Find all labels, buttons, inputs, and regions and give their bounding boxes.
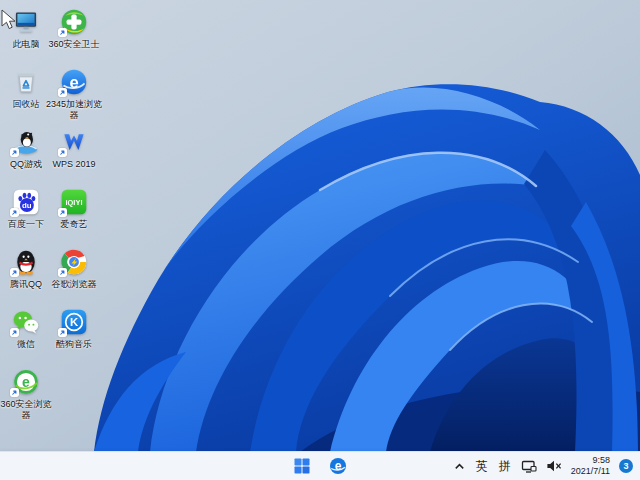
desktop-icon-label: 爱奇艺 [45, 219, 103, 230]
desktop-icon-label: 360安全卫士 [45, 39, 103, 50]
desktop-icon-label: WPS 2019 [45, 159, 103, 170]
desktop-icon-label: 酷狗音乐 [45, 339, 103, 350]
desktop-icon-wechat[interactable]: 微信 [2, 308, 50, 350]
shortcut-arrow-icon [58, 28, 67, 37]
shortcut-arrow-icon [58, 328, 67, 337]
svg-text:iQIYI: iQIYI [66, 198, 83, 207]
shortcut-arrow-icon [58, 148, 67, 157]
shortcut-arrow-icon [58, 88, 67, 97]
desktop-icon-label: 360安全浏览器 [0, 399, 55, 421]
clock-date: 2021/7/11 [571, 466, 610, 477]
clock[interactable]: 9:58 2021/7/11 [571, 455, 610, 478]
desktop-icon-tencent-qq[interactable]: 腾讯QQ [2, 248, 50, 290]
iqiyi-icon: iQIYI [60, 188, 88, 216]
desktop-icon-360-safeguard[interactable]: 360安全卫士 [50, 8, 98, 50]
desktop-icon-qq-games[interactable]: QQ游戏 [2, 128, 50, 170]
system-tray: 英 拼 9:58 2021/7/11 3 [453, 452, 640, 480]
taskbar: e 英 拼 [0, 451, 640, 480]
notification-badge[interactable]: 3 [619, 459, 633, 473]
recycle-bin-icon [12, 68, 40, 96]
360-safeguard-icon [60, 8, 88, 36]
desktop-icon-label: 2345加速浏览器 [45, 99, 103, 121]
wechat-icon [12, 308, 40, 336]
baidu-icon: du [12, 188, 40, 216]
desktop-icon-recycle-bin[interactable]: 回收站 [2, 68, 50, 110]
ime-pinyin-indicator[interactable]: 拼 [498, 458, 512, 475]
desktop-icon-wps-2019[interactable]: WPS 2019 [50, 128, 98, 170]
desktop-icon-iqiyi[interactable]: iQIYI爱奇艺 [50, 188, 98, 230]
browser-e-taskbar-button[interactable]: e [326, 454, 350, 478]
desktop-icon-baidu[interactable]: du百度一下 [2, 188, 50, 230]
shortcut-arrow-icon [10, 208, 19, 217]
desktop-icon-kugou-music[interactable]: K酷狗音乐 [50, 308, 98, 350]
360-browser-icon: e [12, 368, 40, 396]
desktop-icon-grid: 此电脑360安全卫士回收站e2345加速浏览器QQ游戏WPS 2019du百度一… [2, 0, 112, 452]
chrome-icon [60, 248, 88, 276]
windows-logo-icon [294, 458, 310, 474]
2345-browser-icon: e [60, 68, 88, 96]
windows-desktop: 此电脑360安全卫士回收站e2345加速浏览器QQ游戏WPS 2019du百度一… [0, 0, 640, 480]
shortcut-arrow-icon [10, 388, 19, 397]
tray-chevron-up-icon[interactable] [453, 460, 466, 473]
wps-2019-icon [60, 128, 88, 156]
svg-text:e: e [69, 73, 78, 92]
tencent-qq-icon [12, 248, 40, 276]
clock-time: 9:58 [571, 455, 610, 466]
shortcut-arrow-icon [58, 208, 67, 217]
ime-english-indicator[interactable]: 英 [475, 458, 489, 475]
shortcut-arrow-icon [10, 328, 19, 337]
desktop-icon-chrome[interactable]: 谷歌浏览器 [50, 248, 98, 290]
svg-text:e: e [335, 459, 342, 473]
browser-e-icon: e [329, 457, 347, 475]
svg-text:du: du [22, 201, 32, 210]
start-button[interactable] [290, 454, 314, 478]
desktop-icon-label: 谷歌浏览器 [45, 279, 103, 290]
shortcut-arrow-icon [10, 268, 19, 277]
desktop-icon-360-browser[interactable]: e360安全浏览器 [2, 368, 50, 421]
shortcut-arrow-icon [58, 268, 67, 277]
volume-muted-icon[interactable] [546, 459, 562, 473]
mouse-cursor-icon [1, 9, 17, 31]
qq-games-icon [12, 128, 40, 156]
kugou-music-icon: K [60, 308, 88, 336]
svg-text:K: K [70, 316, 79, 328]
desktop-icon-2345-browser[interactable]: e2345加速浏览器 [50, 68, 98, 121]
network-display-icon[interactable] [521, 459, 537, 474]
shortcut-arrow-icon [10, 148, 19, 157]
